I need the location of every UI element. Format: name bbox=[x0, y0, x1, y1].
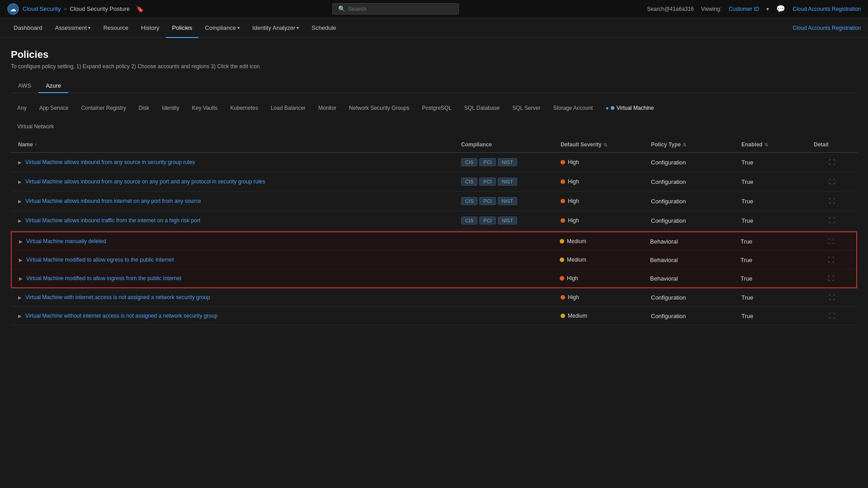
compliance-badges: CIS PCI NIST bbox=[461, 158, 561, 166]
expand-icon[interactable]: ▶ bbox=[18, 179, 22, 184]
row-name: ▶ Virtual Machine allows inbound from in… bbox=[18, 198, 461, 204]
nav-item-compliance[interactable]: Compliance ▾ bbox=[198, 18, 246, 38]
filter-key-vaults[interactable]: Key Vaults bbox=[186, 102, 224, 114]
search-bar[interactable]: 🔍 bbox=[332, 3, 459, 14]
detail-icon[interactable]: ⛶ bbox=[813, 238, 849, 245]
cloud-accounts-registration[interactable]: Cloud Accounts Registration bbox=[793, 25, 861, 31]
table-row[interactable]: ▶ Virtual Machine allows inbound from in… bbox=[11, 192, 857, 211]
breadcrumb: Cloud Security > Cloud Security Posture bbox=[23, 5, 130, 12]
svg-text:☁: ☁ bbox=[10, 5, 16, 13]
policy-type: Configuration bbox=[651, 313, 741, 319]
severity-dot bbox=[561, 199, 565, 203]
enabled: True bbox=[741, 159, 814, 166]
table-row-highlighted-3[interactable]: ▶ Virtual Machine modified to allow ingr… bbox=[12, 269, 856, 287]
badge-nist: NIST bbox=[498, 216, 517, 225]
detail-icon[interactable]: ⛶ bbox=[814, 197, 850, 205]
filter-container-registry[interactable]: Container Registry bbox=[75, 102, 132, 114]
compliance-badges: CIS PCI NIST bbox=[461, 178, 561, 186]
nav-item-dashboard[interactable]: Dashboard bbox=[7, 18, 49, 38]
topbar: ☁ Cloud Security > Cloud Security Postur… bbox=[0, 0, 868, 18]
expand-icon[interactable]: ▶ bbox=[19, 239, 23, 244]
navbar: Dashboard Assessment ▾ Resource History … bbox=[0, 18, 868, 38]
table-row[interactable]: ▶ Virtual Machine with internet access i… bbox=[11, 288, 857, 307]
badge-cis: CIS bbox=[461, 197, 477, 205]
th-name[interactable]: Name ↑ bbox=[18, 141, 461, 148]
filter-virtual-machine[interactable]: Virtual Machine bbox=[599, 102, 660, 114]
severity: Medium bbox=[560, 238, 650, 244]
filter-any[interactable]: Any bbox=[11, 102, 33, 114]
filter-bar-row2: Virtual Network bbox=[11, 123, 857, 130]
compliance-badges: CIS PCI NIST bbox=[461, 197, 561, 205]
messages-icon[interactable]: 💬 bbox=[776, 5, 785, 13]
filter-network-security-groups[interactable]: Network Security Groups bbox=[343, 102, 415, 114]
nav-item-assessment[interactable]: Assessment ▾ bbox=[49, 18, 97, 38]
expand-icon[interactable]: ▶ bbox=[19, 258, 23, 263]
enabled: True bbox=[741, 275, 813, 282]
tab-aws[interactable]: AWS bbox=[11, 79, 38, 93]
row-name: ▶ Virtual Machine manually deleted bbox=[19, 238, 460, 244]
detail-icon[interactable]: ⛶ bbox=[814, 294, 850, 301]
filter-sql-database[interactable]: SQL Database bbox=[458, 102, 506, 114]
th-policy-type[interactable]: Policy Type ⇅ bbox=[651, 141, 741, 148]
table-row[interactable]: ▶ Virtual Machine allows inbound from an… bbox=[11, 172, 857, 192]
row-name: ▶ Virtual Machine without internet acces… bbox=[18, 313, 461, 319]
sort-both-icon: ⇅ bbox=[683, 142, 686, 147]
filter-monitor[interactable]: Monitor bbox=[312, 102, 343, 114]
table-header: Name ↑ Compliance Default Severity ⇅ Pol… bbox=[11, 137, 857, 153]
row-name: ▶ Virtual Machine allows inbound from an… bbox=[18, 159, 461, 165]
filter-app-service[interactable]: App Service bbox=[33, 102, 75, 114]
table-row[interactable]: ▶ Virtual Machine allows inbound traffic… bbox=[11, 211, 857, 230]
detail-icon[interactable]: ⛶ bbox=[813, 275, 849, 282]
table-row[interactable]: ▶ Virtual Machine without internet acces… bbox=[11, 307, 857, 325]
filter-kubernetes[interactable]: Kubernetes bbox=[224, 102, 264, 114]
table-row[interactable]: ▶ Virtual Machine allows inbound from an… bbox=[11, 153, 857, 172]
severity: High bbox=[561, 178, 651, 185]
th-default-severity[interactable]: Default Severity ⇅ bbox=[561, 141, 651, 148]
chevron-down-icon: ▾ bbox=[237, 25, 240, 30]
filter-storage-account[interactable]: Storage Account bbox=[547, 102, 599, 114]
nav-item-history[interactable]: History bbox=[135, 18, 165, 38]
detail-icon[interactable]: ⛶ bbox=[814, 312, 850, 319]
table-row-highlighted-1[interactable]: ▶ Virtual Machine manually deleted Mediu… bbox=[12, 232, 856, 251]
filter-virtual-network[interactable]: Virtual Network bbox=[11, 121, 60, 132]
nav-item-policies[interactable]: Policies bbox=[166, 18, 199, 38]
severity: High bbox=[561, 294, 651, 300]
search-input[interactable] bbox=[348, 5, 453, 12]
enabled: True bbox=[741, 217, 814, 224]
row-name: ▶ Virtual Machine modified to allow egre… bbox=[19, 257, 460, 263]
filter-load-balancer[interactable]: Load Balancer bbox=[264, 102, 312, 114]
nav-item-schedule[interactable]: Schedule bbox=[305, 18, 342, 38]
chevron-down-icon[interactable]: ▾ bbox=[766, 6, 769, 12]
nav-item-resource[interactable]: Resource bbox=[97, 18, 135, 38]
filter-identity[interactable]: Identity bbox=[156, 102, 186, 114]
detail-icon[interactable]: ⛶ bbox=[813, 256, 849, 263]
enabled: True bbox=[741, 178, 814, 185]
filter-disk[interactable]: Disk bbox=[132, 102, 156, 114]
expand-icon[interactable]: ▶ bbox=[19, 276, 23, 281]
tab-azure[interactable]: Azure bbox=[38, 79, 68, 93]
detail-icon[interactable]: ⛶ bbox=[814, 217, 850, 224]
expand-icon[interactable]: ▶ bbox=[18, 314, 22, 319]
nav-item-identity-analyzer[interactable]: Identity Analyzer ▾ bbox=[246, 18, 305, 38]
expand-icon[interactable]: ▶ bbox=[18, 199, 22, 204]
table-row-highlighted-2[interactable]: ▶ Virtual Machine modified to allow egre… bbox=[12, 251, 856, 269]
detail-icon[interactable]: ⛶ bbox=[814, 159, 850, 166]
topbar-left: ☁ Cloud Security > Cloud Security Postur… bbox=[7, 3, 144, 15]
sort-both-icon: ⇅ bbox=[604, 142, 607, 147]
breadcrumb-parent[interactable]: Cloud Security bbox=[23, 5, 61, 12]
bookmark-icon[interactable]: 🔖 bbox=[136, 5, 144, 13]
expand-icon[interactable]: ▶ bbox=[18, 295, 22, 300]
severity: High bbox=[561, 198, 651, 204]
breadcrumb-separator: > bbox=[64, 5, 67, 12]
detail-icon[interactable]: ⛶ bbox=[814, 178, 850, 185]
th-enabled[interactable]: Enabled ⇅ bbox=[741, 141, 814, 148]
chevron-down-icon: ▾ bbox=[88, 25, 90, 30]
filter-sql-server[interactable]: SQL Server bbox=[506, 102, 547, 114]
th-detail: Detail bbox=[814, 141, 850, 148]
cloud-accounts-link[interactable]: Cloud Accounts Registration bbox=[793, 6, 861, 12]
expand-icon[interactable]: ▶ bbox=[18, 218, 22, 223]
nav-links: Dashboard Assessment ▾ Resource History … bbox=[7, 18, 343, 38]
customer-id[interactable]: Customer ID bbox=[729, 6, 759, 12]
filter-postgresql[interactable]: PostgreSQL bbox=[415, 102, 458, 114]
expand-icon[interactable]: ▶ bbox=[18, 160, 22, 165]
